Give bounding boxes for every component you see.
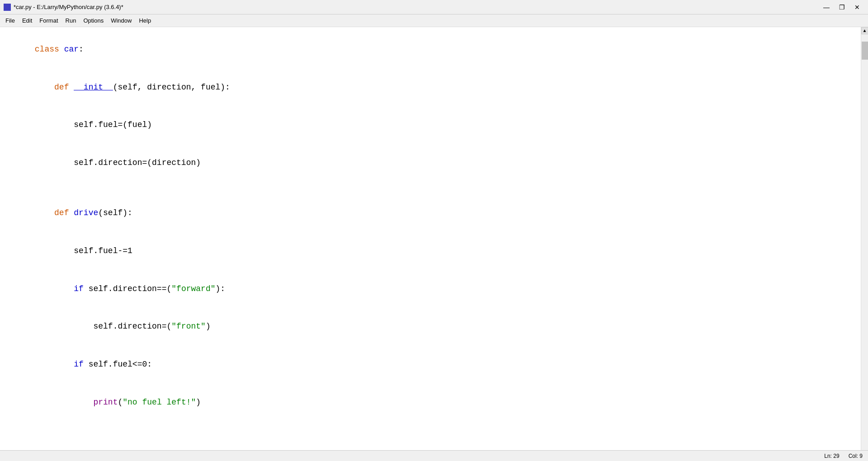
fn-init: __init__ [74, 83, 113, 92]
menu-file[interactable]: File [2, 16, 19, 25]
scroll-up-arrow[interactable]: ▲ [861, 27, 868, 34]
minimize-button[interactable]: — [819, 2, 834, 13]
code-line-13 [5, 434, 855, 447]
menu-edit[interactable]: Edit [19, 16, 36, 25]
status-col: Col: 9 [849, 453, 863, 459]
fn-drive: drive [74, 208, 98, 217]
str-no-fuel: "no fuel left!" [123, 398, 196, 407]
keyword-if-2: if [74, 360, 84, 369]
scrollbar-thumb[interactable] [862, 42, 868, 60]
close-button[interactable]: ✕ [850, 2, 864, 13]
code-line-8: if self.direction==("forward"): [5, 270, 855, 308]
code-line-12 [5, 422, 855, 434]
app-icon [4, 4, 11, 11]
title-bar: *car.py - E:/Larry/MyPython/car.py (3.6.… [0, 0, 868, 14]
str-front: "front" [171, 322, 206, 331]
keyword-if-1: if [74, 284, 84, 293]
window-controls: — ❐ ✕ [819, 2, 864, 13]
editor-container: class car: def __init__(self, direction,… [0, 27, 868, 450]
menu-help[interactable]: Help [135, 16, 155, 25]
code-line-11: print("no fuel left!") [5, 384, 855, 422]
menu-run[interactable]: Run [62, 16, 80, 25]
code-line-4: self.direction=(direction) [5, 144, 855, 182]
status-line: Ln: 29 [824, 453, 839, 459]
title-bar-left: *car.py - E:/Larry/MyPython/car.py (3.6.… [4, 4, 123, 11]
code-line-5 [5, 182, 855, 195]
code-line-10: if self.fuel<=0: [5, 346, 855, 384]
keyword-def-2: def [54, 208, 69, 217]
class-name: car [64, 45, 79, 54]
code-line-9: self.direction=("front") [5, 308, 855, 346]
menu-window[interactable]: Window [107, 16, 135, 25]
menu-bar: File Edit Format Run Options Window Help [0, 14, 868, 27]
code-line-14: c=car("forward", int(2)) [5, 447, 855, 450]
fn-print-1: print [93, 398, 118, 407]
keyword-def: def [54, 83, 69, 92]
code-line-2: def __init__(self, direction, fuel): [5, 69, 855, 107]
code-line-7: self.fuel-=1 [5, 232, 855, 270]
code-line-1: class car: [5, 31, 855, 69]
code-line-6: def drive(self): [5, 195, 855, 233]
editor-content[interactable]: class car: def __init__(self, direction,… [0, 27, 861, 450]
menu-format[interactable]: Format [36, 16, 61, 25]
keyword-class: class [35, 45, 59, 54]
code-line-3: self.fuel=(fuel) [5, 106, 855, 144]
maximize-button[interactable]: ❐ [835, 2, 849, 13]
menu-options[interactable]: Options [80, 16, 107, 25]
window-title: *car.py - E:/Larry/MyPython/car.py (3.6.… [14, 4, 123, 10]
str-forward: "forward" [171, 284, 215, 293]
status-bar: Ln: 29 Col: 9 [0, 450, 868, 461]
vertical-scrollbar[interactable]: ▲ [861, 27, 868, 450]
